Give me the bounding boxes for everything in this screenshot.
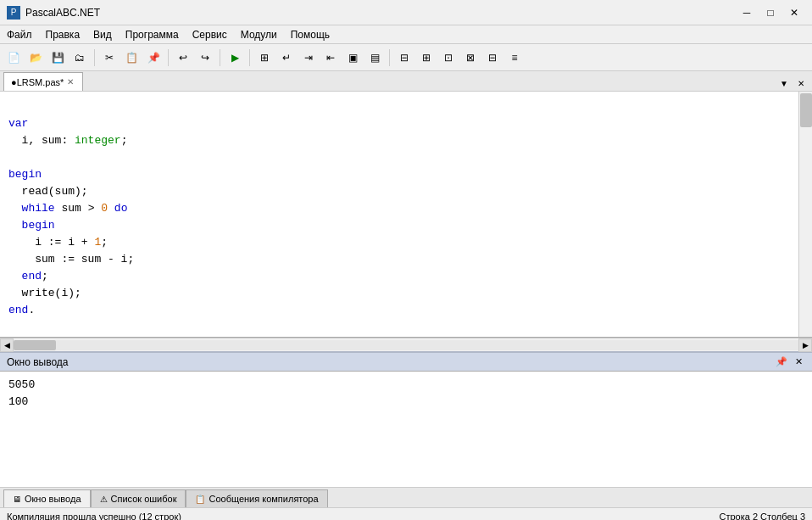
tab-compiler[interactable]: 📋 Сообщения компилятора [186, 489, 327, 507]
output-header: Окно вывода 📌 ✕ [0, 353, 812, 372]
tab-close-icon[interactable]: ✕ [67, 77, 74, 87]
tb-extra-2[interactable]: ↵ [276, 48, 297, 68]
errors-tab-icon: ⚠ [100, 495, 108, 504]
toolbar: 📄 📂 💾 🗂 ✂ 📋 📌 ↩ ↪ ▶ ⊞ ↵ ⇥ ⇤ ▣ ▤ ⊟ ⊞ ⊡ ⊠ … [0, 44, 812, 71]
menu-file[interactable]: Файл [0, 25, 39, 43]
tb-extra-10[interactable]: ⊠ [460, 48, 481, 68]
vertical-scrollbar[interactable] [798, 92, 812, 337]
scroll-right-button[interactable]: ▶ [798, 338, 812, 352]
output-line-2: 100 [8, 394, 804, 411]
horizontal-scrollbar[interactable]: ◀ ▶ [0, 338, 812, 351]
tab-dropdown-button[interactable]: ▼ [776, 75, 792, 91]
compiler-tab-icon: 📋 [195, 495, 205, 504]
status-bar: Компиляция прошла успешно (12 строк) Стр… [0, 507, 812, 520]
output-controls: 📌 ✕ [775, 355, 805, 369]
tb-extra-12[interactable]: ≡ [504, 48, 525, 68]
output-panel: Окно вывода 📌 ✕ 5050 100 [0, 351, 812, 487]
menu-service[interactable]: Сервис [186, 25, 234, 43]
tab-right-controls: ▼ ✕ [776, 75, 809, 91]
save-button[interactable]: 💾 [47, 48, 68, 68]
status-position: Строка 2 Столбец 3 [719, 512, 805, 521]
app-icon: P [7, 6, 20, 20]
compiler-tab-label: Сообщения компилятора [209, 494, 318, 504]
app-title: PascalABC.NET [25, 7, 736, 19]
minimize-button[interactable]: ─ [736, 4, 758, 21]
tb-extra-6[interactable]: ▤ [364, 48, 385, 68]
open-button[interactable]: 📂 [25, 48, 46, 68]
undo-button[interactable]: ↩ [173, 48, 193, 68]
tab-output[interactable]: 🖥 Окно вывода [3, 489, 91, 507]
output-tab-label: Окно вывода [25, 494, 81, 504]
toolbar-separator-5 [389, 49, 390, 66]
tb-extra-8[interactable]: ⊞ [416, 48, 437, 68]
tab-label: ●LRSM.pas* [11, 77, 64, 87]
tb-extra-11[interactable]: ⊟ [482, 48, 503, 68]
output-content: 5050 100 [0, 372, 812, 487]
tb-extra-4[interactable]: ⇤ [320, 48, 341, 68]
tb-extra-5[interactable]: ▣ [342, 48, 363, 68]
editor-tab-lrsm[interactable]: ●LRSM.pas* ✕ [3, 72, 83, 91]
bottom-tabs: 🖥 Окно вывода ⚠ Список ошибок 📋 Сообщени… [0, 487, 812, 507]
menu-program[interactable]: Программа [119, 25, 186, 43]
toolbar-separator-2 [168, 49, 169, 66]
title-bar: P PascalABC.NET ─ □ ✕ [0, 0, 812, 25]
tb-extra-7[interactable]: ⊟ [394, 48, 414, 68]
toolbar-separator-3 [220, 49, 220, 66]
code-content: var i, sum: integer; begin read(sum); wh… [0, 92, 812, 338]
menu-edit[interactable]: Правка [39, 25, 87, 43]
save-all-button[interactable]: 🗂 [70, 48, 90, 68]
new-button[interactable]: 📄 [3, 48, 24, 68]
output-tab-icon: 🖥 [13, 495, 21, 504]
output-line-1: 5050 [8, 377, 804, 394]
toolbar-separator-1 [94, 49, 95, 66]
tb-extra-1[interactable]: ⊞ [254, 48, 275, 68]
menu-help[interactable]: Помощь [284, 25, 336, 43]
tb-extra-3[interactable]: ⇥ [298, 48, 319, 68]
output-close-button[interactable]: ✕ [792, 355, 805, 369]
close-button[interactable]: ✕ [783, 4, 805, 21]
run-button[interactable]: ▶ [225, 48, 245, 68]
menu-view[interactable]: Вид [86, 25, 119, 43]
paste-button[interactable]: 📌 [143, 48, 164, 68]
code-editor[interactable]: var i, sum: integer; begin read(sum); wh… [0, 92, 812, 338]
tab-errors[interactable]: ⚠ Список ошибок [91, 489, 186, 507]
output-title: Окно вывода [7, 356, 775, 368]
copy-button[interactable]: 📋 [121, 48, 142, 68]
scroll-track-thumb[interactable] [14, 340, 56, 350]
menu-modules[interactable]: Модули [234, 25, 284, 43]
tab-close-all-button[interactable]: ✕ [793, 75, 809, 91]
cut-button[interactable]: ✂ [99, 48, 120, 68]
scroll-track[interactable] [14, 340, 798, 350]
scrollbar-thumb[interactable] [800, 93, 812, 127]
tab-bar: ●LRSM.pas* ✕ ▼ ✕ [0, 71, 812, 92]
output-pin-button[interactable]: 📌 [775, 355, 788, 369]
tb-extra-9[interactable]: ⊡ [438, 48, 459, 68]
status-message: Компиляция прошла успешно (12 строк) [7, 512, 719, 521]
menu-bar: Файл Правка Вид Программа Сервис Модули … [0, 25, 812, 44]
errors-tab-label: Список ошибок [111, 494, 177, 504]
maximize-button[interactable]: □ [759, 4, 781, 21]
redo-button[interactable]: ↪ [195, 48, 215, 68]
toolbar-separator-4 [249, 49, 250, 66]
scroll-left-button[interactable]: ◀ [0, 338, 14, 352]
window-controls: ─ □ ✕ [736, 4, 805, 21]
